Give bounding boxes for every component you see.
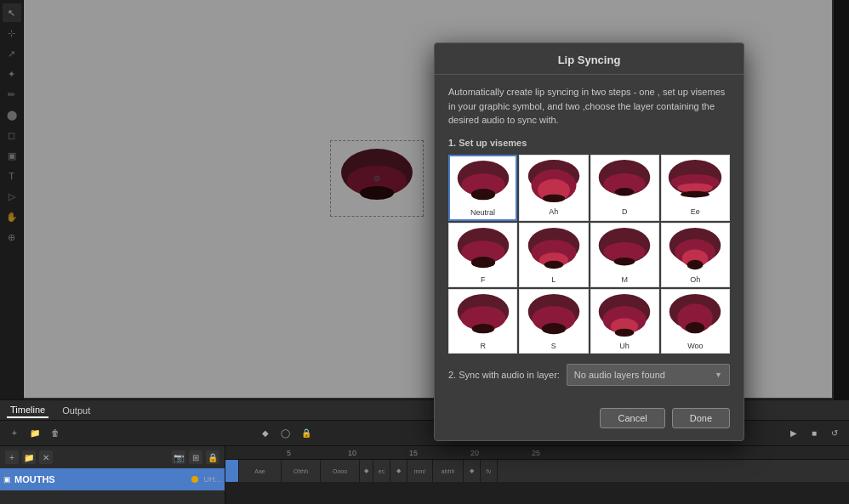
viseme-l[interactable]: L	[519, 223, 588, 287]
add-layer-icon[interactable]: +	[7, 426, 22, 441]
viseme-ah[interactable]: Ah	[519, 155, 588, 221]
cancel-button[interactable]: Cancel	[600, 408, 664, 428]
viseme-s[interactable]: S	[519, 289, 588, 354]
svg-point-33	[687, 260, 704, 269]
viseme-s-label: S	[551, 342, 556, 350]
svg-point-43	[615, 329, 635, 337]
frame-5: 5	[287, 449, 291, 457]
folder-button[interactable]: 📁	[22, 450, 36, 464]
done-button[interactable]: Done	[672, 408, 730, 428]
svg-point-15	[615, 188, 635, 195]
viseme-uh-mouth	[595, 293, 654, 340]
audio-layer-dropdown[interactable]: No audio layers found ▼	[567, 364, 730, 386]
viseme-m-label: M	[621, 275, 628, 284]
layer-controls: + 📁 ✕ 📷 ⊞ 🔒	[0, 446, 225, 468]
timeline-frames: 5 10 15 20 25 Aae Ohhh Oooo ◆ ec ◆ mm/	[225, 446, 849, 504]
lip-sync-dialog: Lip Syncing Automatically create lip syn…	[434, 42, 744, 441]
layer-row-mouths[interactable]: ▣ MOUTHS UH...	[0, 468, 225, 490]
add-layer-button[interactable]: +	[5, 450, 19, 464]
keyframe-cell-active	[225, 460, 239, 482]
frame-cell-fv: fv	[481, 460, 498, 482]
dropdown-arrow-icon: ▼	[715, 371, 722, 379]
viseme-l-label: L	[551, 275, 556, 284]
onion-skin-icon[interactable]: ◯	[278, 426, 293, 441]
viseme-s-mouth	[524, 293, 584, 340]
layer-name: MOUTHS	[14, 474, 188, 484]
step2-label: 2. Sync with audio in layer:	[448, 370, 560, 380]
svg-point-29	[614, 258, 635, 265]
svg-point-12	[543, 195, 565, 202]
lock-all-icon[interactable]: 🔒	[206, 450, 219, 464]
viseme-ah-label: Ah	[549, 207, 558, 216]
viseme-l-mouth	[524, 227, 584, 274]
guide-icon[interactable]: ⊞	[189, 450, 202, 464]
camera-icon[interactable]: 📷	[172, 450, 185, 464]
viseme-oh[interactable]: Oh	[661, 223, 730, 287]
frame-25: 25	[532, 449, 540, 457]
viseme-m-mouth	[595, 227, 654, 274]
lock-icon[interactable]: 🔒	[299, 426, 314, 441]
layer-frame-label: UH...	[203, 475, 221, 484]
tab-output[interactable]: Output	[59, 404, 94, 417]
delete-button[interactable]: ✕	[39, 450, 53, 464]
viseme-m[interactable]: M	[590, 223, 659, 287]
svg-point-36	[471, 324, 493, 333]
frame-15: 15	[409, 449, 418, 457]
viseme-ee-label: Ee	[691, 207, 700, 216]
frame-cell-oooo: Oooo	[321, 460, 360, 482]
frame-cell-rest	[498, 460, 849, 482]
viseme-ee-mouth	[665, 159, 725, 206]
layer-type-icon: ▣	[3, 475, 11, 484]
frame-cell-mm: mm/	[407, 460, 433, 482]
layer-keyframe-dot	[191, 476, 198, 483]
keyframe-icon[interactable]: ◆	[258, 426, 273, 441]
stop-icon[interactable]: ■	[806, 426, 822, 441]
viseme-uh[interactable]: Uh	[590, 289, 659, 354]
frame-cell-ahhh: ahhh	[433, 460, 464, 482]
viseme-uh-label: Uh	[619, 342, 630, 350]
viseme-neutral-label: Neutral	[470, 208, 495, 217]
frame-cell-2: ◆	[390, 460, 407, 482]
viseme-f[interactable]: F	[448, 223, 517, 287]
viseme-woo-mouth	[665, 293, 725, 340]
delete-layer-icon[interactable]: 🗑	[48, 426, 63, 441]
viseme-d[interactable]: D	[590, 155, 659, 221]
frame-cell-aae: Aae	[239, 460, 282, 482]
viseme-neutral-mouth	[453, 160, 513, 207]
viseme-r-mouth	[453, 293, 513, 340]
folder-icon[interactable]: 📁	[27, 426, 43, 441]
viseme-ee[interactable]: Ee	[661, 155, 730, 221]
svg-point-19	[681, 191, 709, 198]
loop-icon[interactable]: ↺	[827, 426, 842, 441]
viseme-d-mouth	[595, 159, 654, 206]
dialog-body: Automatically create lip syncing in two …	[435, 75, 744, 408]
viseme-woo[interactable]: Woo	[661, 289, 730, 354]
viseme-d-label: D	[622, 207, 628, 216]
audio-dropdown-value: No audio layers found	[574, 370, 665, 380]
frame-track: Aae Ohhh Oooo ◆ ec ◆ mm/ ahhh ◆ fv	[225, 460, 849, 482]
frame-cell-ohhh: Ohhh	[282, 460, 321, 482]
frame-cell-ec: ec	[373, 460, 390, 482]
viseme-f-mouth	[453, 227, 513, 274]
viseme-oh-mouth	[665, 227, 725, 274]
play-icon[interactable]: ▶	[786, 426, 801, 441]
viseme-woo-label: Woo	[687, 342, 703, 350]
viseme-r-label: R	[480, 342, 486, 350]
frame-ruler: 5 10 15 20 25	[225, 446, 849, 460]
viseme-neutral[interactable]: Neutral	[448, 155, 517, 221]
viseme-r[interactable]: R	[448, 289, 517, 354]
viseme-f-label: F	[481, 275, 486, 284]
sync-row: 2. Sync with audio in layer: No audio la…	[448, 364, 730, 386]
svg-point-22	[470, 257, 494, 268]
dialog-title: Lip Syncing	[558, 54, 621, 66]
frame-20: 20	[470, 449, 479, 457]
viseme-ah-mouth	[524, 159, 584, 206]
frame-cell-dot: ◆	[360, 460, 373, 482]
tab-timeline[interactable]: Timeline	[7, 403, 48, 418]
frame-cells: Aae Ohhh Oooo ◆ ec ◆ mm/ ahhh ◆ fv	[225, 460, 849, 482]
dialog-description: Automatically create lip syncing in two …	[448, 85, 730, 127]
svg-point-26	[544, 261, 564, 269]
frame-cell-3: ◆	[464, 460, 481, 482]
svg-point-39	[542, 323, 566, 334]
frame-10: 10	[348, 449, 356, 457]
